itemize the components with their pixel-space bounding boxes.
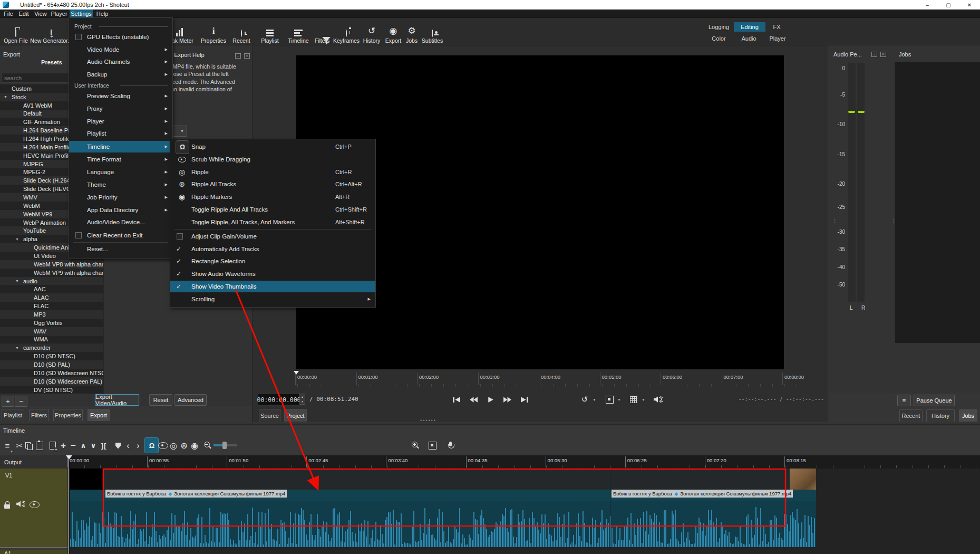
advanced-button[interactable]: Advanced [174,394,207,406]
preset-item[interactable]: DV (SD NTSC) [0,386,103,394]
tl-zoom-out-button[interactable] [201,436,214,455]
layout-tab-player[interactable]: Player [764,34,791,43]
preset-item[interactable]: WebM VP9 with alpha chan... [0,269,103,277]
skip-end-button[interactable] [517,394,531,405]
timeline-playhead[interactable] [66,455,72,460]
tree-expander-icon[interactable]: ▼ [4,95,7,99]
preset-item[interactable]: D10 (SD PAL) [0,360,103,369]
settings-menu-item[interactable]: Audio Channels▶ [69,56,172,68]
preset-item[interactable]: MP3 [0,310,103,319]
player-playhead[interactable] [294,371,299,375]
volume-button[interactable] [651,394,665,405]
settings-menu-item[interactable]: GPU Effects (unstable) [69,31,172,43]
timeline-clip-2[interactable]: Бобик в гостях у Барбоса◆Золотая коллекц… [610,469,816,547]
timeline-submenu-item[interactable]: ◉Ripple MarkersAlt+R [170,191,375,203]
layout-tab-audio[interactable]: Audio [734,34,763,43]
preset-item[interactable]: WAV [0,327,103,336]
preset-item[interactable]: Ogg Vorbis [0,319,103,327]
panel-grip[interactable]: ⋮ [891,219,893,228]
settings-menu-item[interactable]: Proxy▶ [69,103,172,114]
tl-paste-button[interactable] [33,436,46,455]
maximize-button[interactable]: ▢ [938,0,959,9]
timecode-spinner[interactable]: ▲▼ [299,394,305,405]
menubar-item-help[interactable]: Help [95,9,110,17]
preset-item[interactable]: D10 (SD Widescreen NTSC) [0,369,103,377]
skip-start-button[interactable] [450,394,463,405]
output-track-header[interactable]: Output [0,455,67,469]
panel-grip[interactable]: ⋮ [832,219,834,228]
jobs-tab-history[interactable]: History [926,409,955,422]
minimize-button[interactable]: – [917,0,938,9]
timeline-submenu-item[interactable]: ΩSnapCtrl+P [170,141,375,152]
position-timecode-field[interactable]: 00:00:00.000 [258,394,300,406]
tl-zoom-slider-handle[interactable] [222,442,227,449]
timeline-submenu-item[interactable]: Scrolling▶ [170,293,375,305]
layout-tab-color[interactable]: Color [705,34,733,43]
spin-up-icon[interactable]: ▲ [300,394,305,399]
timeline-submenu-item[interactable]: ⊛Ripple All TracksCtrl+Alt+R [170,178,375,190]
mute-track-icon[interactable] [16,500,25,509]
tl-zoom-slider[interactable] [214,444,237,446]
preset-item[interactable]: WMA [0,336,103,344]
tree-expander-icon[interactable]: ▼ [15,346,19,350]
dock-tab-properties[interactable]: Properties [53,409,83,421]
timeline-submenu-item[interactable]: ✓Show Audio Waveforms [170,268,375,280]
hide-track-icon[interactable] [30,501,40,508]
splitter-handle[interactable]: •••••• [420,418,436,423]
timeline-clip-1[interactable]: Бобик в гостях у Барбоса◆Золотая коллекц… [70,469,610,547]
lock-track-icon[interactable] [4,503,11,511]
menubar-item-edit[interactable]: Edit [17,9,31,17]
settings-menu-item[interactable]: Backup▶ [69,69,172,80]
layout-tab-editing[interactable]: Editing [734,22,765,32]
player-tab-project[interactable]: Project [284,409,307,422]
loop-button[interactable]: ↺ [578,394,591,405]
tl-next-marker-button[interactable]: › [132,436,144,455]
chevron-down-icon[interactable]: ▼ [617,398,621,402]
tree-expander-icon[interactable]: ▼ [15,237,19,241]
menubar-item-settings[interactable]: Settings [70,9,93,17]
menubar-item-view[interactable]: View [33,9,48,17]
settings-menu-item[interactable]: Video Mode▶ [69,44,172,55]
fast-forward-button[interactable] [500,394,514,405]
timeline-submenu-item[interactable]: ✓Show Video Thumbnails [170,281,375,292]
preset-item[interactable]: ALAC [0,293,103,302]
toolbar-button-open-file[interactable]: Open File [0,20,35,44]
settings-menu-item[interactable]: Reset... [69,243,172,255]
tree-expander-icon[interactable]: ▼ [15,279,19,283]
settings-menu-item[interactable]: App Data Directory▶ [69,204,172,216]
player-ruler[interactable]: 00:00:0000:01:0000:02:0000:03:0000:04:00… [296,371,828,387]
timeline-ruler[interactable]: 00:00:0000:00:5500:01:5000:02:4500:03:40… [67,455,980,469]
toolbar-button-subtitles[interactable]: Subtitles [413,20,451,44]
menubar-item-player[interactable]: Player [51,9,67,17]
preset-item[interactable]: WebM VP8 with alpha chan... [0,260,103,269]
settings-menu-item[interactable]: Time Format▶ [69,154,172,165]
jobs-tab-jobs[interactable]: Jobs [959,409,977,422]
close-button[interactable]: ✕ [959,0,980,9]
audio-track-header[interactable]: A1 [0,550,67,554]
add-preset-button[interactable]: + [2,396,14,407]
tl-record-audio-button[interactable] [444,436,457,455]
spin-down-icon[interactable]: ▼ [300,399,305,404]
chevron-down-icon[interactable]: ▼ [593,398,596,402]
player-tab-source[interactable]: Source [259,409,280,422]
play-button[interactable] [483,394,497,405]
dock-tab-filters[interactable]: Filters [29,409,49,421]
close-panel-icon[interactable]: ✕ [880,52,886,57]
settings-menu-item[interactable]: Timeline▶ [69,141,172,152]
timeline-submenu-item[interactable]: Scrub While Dragging [170,154,375,165]
toolbar-button-new-generator[interactable]: New Generator... [32,20,70,44]
settings-menu-item[interactable]: Playlist▶ [69,128,172,139]
timeline-submenu-item[interactable]: Adjust Clip Gain/Volume [170,231,375,242]
remove-preset-button[interactable]: − [15,396,27,407]
preset-item[interactable]: D10 (SD Widescreen PAL) [0,377,103,386]
dock-tab-playlist[interactable]: Playlist [2,409,24,421]
tl-menu-button[interactable]: ≡▼ [1,436,14,455]
tl-ripple-markers-button[interactable]: ◉ [188,436,201,455]
export-video-audio-button[interactable]: Export Video/Audio [95,394,139,406]
jobs-menu-button[interactable]: ≡ [897,395,911,406]
float-panel-icon[interactable]: ▫ [871,52,877,57]
video-track-header[interactable]: V1 [0,469,67,547]
settings-menu-item[interactable]: Theme▶ [69,179,172,190]
layout-tab-logging[interactable]: Logging [705,22,733,32]
dock-tab-export[interactable]: Export [88,409,110,421]
